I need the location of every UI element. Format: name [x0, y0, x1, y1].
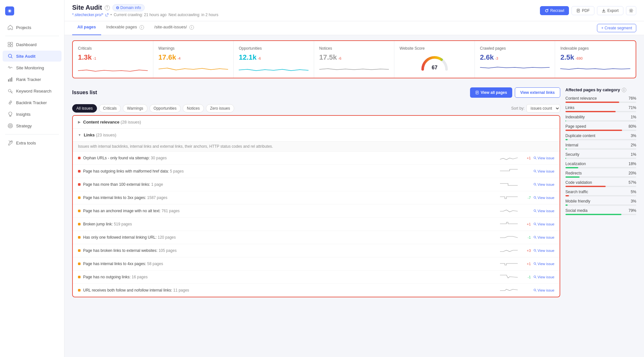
help-icon[interactable]: ? [105, 5, 110, 10]
affected-row-label: Localization 18% [565, 162, 636, 166]
affected-info-icon[interactable]: i [622, 88, 626, 92]
sidebar-item-site-audit[interactable]: Site Audit [3, 51, 62, 62]
sidebar-item-rank-tracker[interactable]: Rank Tracker [3, 74, 62, 85]
view-issue-8[interactable]: View issue [533, 262, 554, 266]
severity-critical-icon [78, 157, 81, 159]
sidebar-item-dashboard[interactable]: Dashboard [3, 39, 62, 50]
svg-point-2 [9, 10, 11, 12]
svg-rect-4 [11, 42, 13, 44]
filter-warnings[interactable]: Warnings [123, 104, 147, 113]
view-all-pages-button[interactable]: View all pages [470, 87, 512, 98]
progress-fill [565, 102, 619, 103]
view-issue-1[interactable]: View issue [533, 169, 554, 173]
sidebar-item-strategy[interactable]: Strategy [3, 120, 62, 131]
domain-info-badge[interactable]: Domain info [112, 4, 145, 11]
sort-select[interactable]: issues count [526, 104, 560, 113]
progress-fill [565, 176, 580, 178]
svg-point-42 [534, 289, 536, 291]
view-issue-9[interactable]: View issue [533, 275, 554, 279]
view-issue-6[interactable]: View issue [533, 235, 554, 239]
filter-opportunities[interactable]: Opportunities [149, 104, 181, 113]
crawl-domain-link[interactable]: *.sitechecker.pro/* [72, 13, 103, 17]
filter-all-issues[interactable]: All issues [72, 104, 97, 113]
issues-actions: View all pages View external links [470, 87, 560, 98]
recrawl-button[interactable]: Recrawl [540, 6, 569, 15]
tab-all-pages[interactable]: All pages [72, 21, 101, 35]
sidebar-item-extra-tools[interactable]: Extra tools [3, 137, 62, 148]
progress-bar [565, 195, 636, 196]
severity-warning-icon [78, 236, 81, 239]
category-content-relevance[interactable]: ▶ Content relevance (28 issues) [73, 116, 560, 129]
svg-line-37 [535, 251, 536, 252]
tab-indexable-pages[interactable]: Indexable pages i [101, 21, 149, 35]
view-issue-10[interactable]: View issue [533, 288, 554, 292]
create-segment-button[interactable]: + Create segment [597, 24, 636, 32]
export-button[interactable]: Export [597, 6, 623, 15]
affected-item: Localization 18% [565, 162, 636, 168]
audit-issues-info-icon[interactable]: i [189, 25, 194, 30]
severity-warning-icon [78, 263, 81, 265]
progress-bar [565, 102, 636, 103]
view-external-links-button[interactable]: View external links [515, 87, 560, 98]
svg-point-38 [534, 263, 536, 264]
crawl-status: *.sitechecker.pro/* • Current crawling: … [72, 13, 218, 17]
view-issue-3[interactable]: View issue [533, 196, 554, 200]
criticals-chart [78, 64, 148, 74]
tab-site-audit-issues[interactable]: /site-audit-issues/ i [149, 21, 199, 35]
sidebar: Projects Dashboard Site Audit Site Monit… [0, 0, 64, 357]
affected-row-label: Links 71% [565, 105, 636, 110]
sidebar-item-projects[interactable]: Projects [3, 22, 62, 33]
filter-zero-issues[interactable]: Zero issues [206, 104, 234, 113]
category-links[interactable]: ▼ Links (23 issues) [73, 129, 560, 142]
header-left: Site Audit ? Domain info *.sitechecker.p… [72, 4, 218, 17]
settings-button[interactable] [626, 6, 636, 15]
sidebar-item-keyword-research[interactable]: Keyword Research [3, 85, 62, 96]
pdf-button[interactable]: PDF [572, 6, 594, 15]
view-issue-0[interactable]: View issue [533, 156, 554, 160]
sort-options: Sort by: issues count [511, 104, 560, 113]
sidebar-divider-1 [5, 36, 59, 36]
target-icon [8, 123, 13, 128]
gear-icon [629, 8, 633, 13]
issue-chart-0 [500, 154, 519, 162]
search-small-icon [533, 223, 537, 226]
activity-icon [8, 65, 13, 70]
sidebar-item-site-monitoring[interactable]: Site Monitoring [3, 62, 62, 73]
svg-line-39 [535, 264, 536, 265]
create-segment-area: + Create segment [597, 21, 636, 35]
issue-chart-5 [500, 221, 519, 228]
svg-line-33 [535, 225, 536, 226]
sidebar-divider-2 [5, 134, 59, 134]
sidebar-item-backlink-tracker[interactable]: Backlink Tracker [3, 97, 62, 108]
view-issue-4[interactable]: View issue [533, 209, 554, 213]
issue-row: URL receives both follow and nofollow in… [73, 284, 560, 297]
issue-row: Page has no outgoing links: 16 pages -1 … [73, 271, 560, 284]
issues-header: Issues list View all pages View external… [72, 84, 560, 102]
search-small-icon [533, 196, 537, 199]
svg-line-27 [535, 185, 536, 186]
search-small-icon [533, 249, 537, 252]
stat-criticals: Criticals 1.3k -1 [73, 41, 153, 78]
filter-criticals[interactable]: Criticals [99, 104, 121, 113]
view-issue-2[interactable]: View issue [533, 183, 554, 186]
tool-icon [8, 140, 13, 145]
chevron-down-icon: ▼ [78, 133, 81, 137]
svg-rect-9 [10, 78, 11, 82]
svg-point-26 [534, 183, 536, 185]
svg-line-23 [535, 159, 536, 160]
severity-warning-icon [78, 289, 81, 292]
sidebar-item-insights[interactable]: Insights [3, 109, 62, 120]
search-small-icon [533, 209, 537, 213]
svg-point-24 [534, 170, 536, 172]
filter-notices[interactable]: Notices [183, 104, 204, 113]
view-issue-7[interactable]: View issue [533, 249, 554, 253]
crawled-chart [480, 64, 550, 74]
affected-item: Mobile friendly 3% [565, 199, 636, 206]
svg-rect-5 [8, 45, 10, 47]
progress-fill [565, 111, 616, 112]
svg-line-25 [535, 172, 536, 173]
issues-list: ▶ Content relevance (28 issues) ▼ Links … [72, 115, 560, 297]
progress-bar [565, 111, 636, 112]
view-issue-5[interactable]: View issue [533, 222, 554, 226]
indexable-info-icon[interactable]: i [139, 25, 144, 30]
